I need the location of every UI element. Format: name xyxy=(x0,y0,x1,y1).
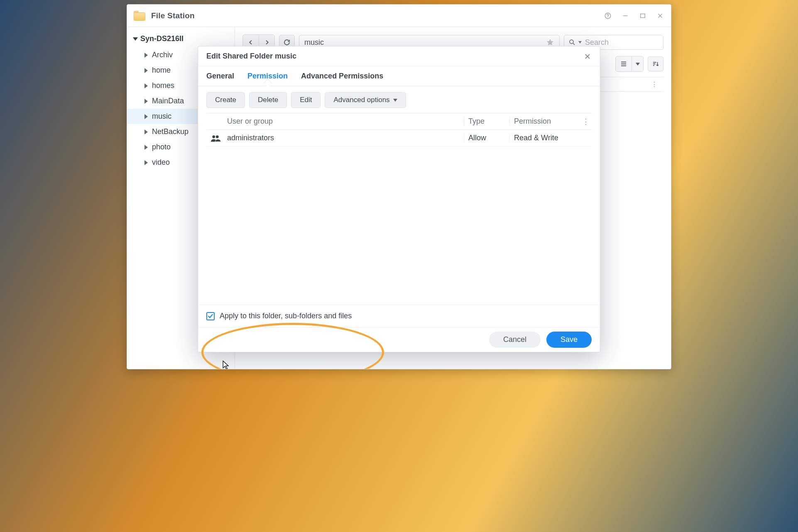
dialog-body: Create Delete Edit Advanced options User… xyxy=(198,86,600,305)
svg-rect-2 xyxy=(641,14,645,17)
permission-row[interactable]: administrators Allow Read & Write xyxy=(206,130,592,146)
save-button[interactable]: Save xyxy=(546,332,592,348)
group-icon xyxy=(206,134,225,142)
view-mode-dropdown[interactable] xyxy=(632,56,643,71)
tab-advanced-permissions[interactable]: Advanced Permissions xyxy=(301,66,383,86)
tree-item-label: video xyxy=(152,158,170,167)
row-type: Allow xyxy=(464,134,509,142)
dialog-footer: Cancel Save xyxy=(198,327,600,352)
caret-right-icon xyxy=(144,68,148,73)
maximize-icon[interactable] xyxy=(639,12,647,20)
dialog-titlebar: Edit Shared Folder music xyxy=(198,46,600,66)
help-icon[interactable] xyxy=(604,12,612,20)
search-placeholder: Search xyxy=(585,38,609,47)
apply-row: Apply to this folder, sub-folders and fi… xyxy=(198,305,600,327)
svg-point-1 xyxy=(607,17,608,18)
advanced-options-dropdown[interactable]: Advanced options xyxy=(325,92,406,108)
titlebar: File Station xyxy=(127,5,671,27)
app-folder-icon xyxy=(134,11,145,21)
tab-general[interactable]: General xyxy=(206,66,234,86)
tree-item-label: home xyxy=(152,66,171,75)
apply-recursive-checkbox[interactable] xyxy=(206,312,215,320)
search-icon xyxy=(568,39,576,46)
minimize-icon[interactable] xyxy=(621,12,629,20)
tree-root[interactable]: Syn-DS216II xyxy=(127,32,235,47)
row-user: administrators xyxy=(225,134,464,142)
chevron-down-icon xyxy=(393,99,397,102)
tree-item-label: NetBackup xyxy=(152,127,188,136)
caret-right-icon xyxy=(144,83,148,88)
edit-button[interactable]: Edit xyxy=(291,92,321,108)
svg-point-3 xyxy=(570,40,573,44)
permission-table-header: User or group Type Permission ⋮ xyxy=(206,113,592,130)
view-mode-group xyxy=(615,56,644,72)
tree-item-label: photo xyxy=(152,143,171,151)
dialog-title: Edit Shared Folder music xyxy=(206,52,296,61)
caret-right-icon xyxy=(144,160,148,165)
cancel-button[interactable]: Cancel xyxy=(489,332,541,348)
caret-right-icon xyxy=(144,114,148,119)
chevron-down-icon xyxy=(636,63,640,66)
column-permission: Permission xyxy=(509,117,580,126)
tree-item-label: MainData xyxy=(152,97,184,105)
close-icon[interactable] xyxy=(656,12,664,20)
favorite-star-icon[interactable] xyxy=(546,38,554,46)
chevron-down-icon xyxy=(578,41,582,44)
tree-root-label: Syn-DS216II xyxy=(140,34,184,43)
permission-table: User or group Type Permission ⋮ administ… xyxy=(206,113,592,146)
apply-recursive-label: Apply to this folder, sub-folders and fi… xyxy=(220,312,352,320)
permission-button-row: Create Delete Edit Advanced options xyxy=(206,92,592,108)
table-header-more-icon[interactable]: ⋮ xyxy=(649,81,660,88)
caret-right-icon xyxy=(144,129,148,134)
tab-permission[interactable]: Permission xyxy=(247,66,288,86)
sort-button[interactable] xyxy=(648,56,663,71)
caret-right-icon xyxy=(144,99,148,104)
create-button[interactable]: Create xyxy=(206,92,245,108)
file-station-window: File Station Syn-DS216II Archiv home xyxy=(127,4,671,369)
column-type: Type xyxy=(464,117,509,126)
dialog-tabs: General Permission Advanced Permissions xyxy=(198,66,600,86)
dialog-close-button[interactable] xyxy=(583,52,592,61)
caret-down-icon xyxy=(133,37,138,41)
column-more-icon[interactable]: ⋮ xyxy=(580,117,592,126)
svg-point-5 xyxy=(216,135,219,138)
tree-item-label: homes xyxy=(152,81,174,90)
caret-right-icon xyxy=(144,145,148,150)
window-controls xyxy=(604,12,664,20)
row-permission: Read & Write xyxy=(509,134,580,142)
svg-point-4 xyxy=(212,135,215,138)
column-user: User or group xyxy=(225,117,464,126)
app-title: File Station xyxy=(151,11,195,20)
edit-shared-folder-dialog: Edit Shared Folder music General Permiss… xyxy=(198,46,600,352)
tree-item-label: Archiv xyxy=(152,51,173,59)
tree-item-label: music xyxy=(152,112,171,121)
path-text: music xyxy=(304,38,324,47)
delete-button[interactable]: Delete xyxy=(249,92,287,108)
list-view-button[interactable] xyxy=(616,56,632,71)
caret-right-icon xyxy=(144,53,148,58)
